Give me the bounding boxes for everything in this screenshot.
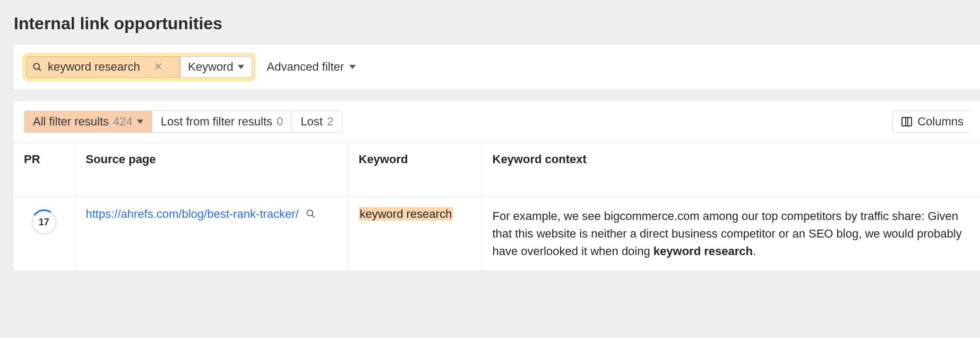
source-link[interactable]: https://ahrefs.com/blog/best-rank-tracke… — [86, 207, 299, 221]
svg-line-5 — [312, 215, 314, 217]
pr-badge: 17 — [31, 209, 57, 235]
table-row: 17 https://ahrefs.com/blog/best-rank-tra… — [13, 197, 980, 271]
search-scope-dropdown[interactable]: Keyword — [180, 56, 252, 78]
chevron-down-icon — [349, 65, 356, 69]
search-highlight-wrap: Keyword — [24, 54, 254, 80]
col-header-context[interactable]: Keyword context — [482, 143, 980, 197]
tab-label: Lost from filter results — [161, 115, 272, 129]
results-panel: All filter results 424 Lost from filter … — [13, 100, 980, 271]
cell-context: For example, we see bigcommerce.com amon… — [482, 197, 980, 271]
tab-count: 424 — [113, 115, 133, 129]
cell-source: https://ahrefs.com/blog/best-rank-tracke… — [75, 197, 348, 271]
table-header-row: PR Source page Keyword Keyword context — [13, 143, 980, 197]
tab-count: 0 — [277, 115, 283, 129]
columns-button[interactable]: Columns — [892, 111, 970, 133]
filter-bar: Keyword Advanced filter — [13, 44, 980, 90]
chevron-down-icon — [137, 120, 143, 124]
context-text: For example, we see bigcommerce.com amon… — [493, 207, 970, 260]
col-header-keyword[interactable]: Keyword — [348, 143, 482, 197]
context-bold: keyword research — [654, 244, 753, 258]
cell-keyword: keyword research — [348, 197, 482, 271]
clear-search-icon[interactable] — [154, 61, 162, 73]
search-icon — [32, 62, 42, 72]
results-table: PR Source page Keyword Keyword context 1… — [13, 142, 980, 271]
columns-icon — [901, 117, 912, 126]
col-header-source[interactable]: Source page — [75, 143, 348, 197]
page-title: Internal link opportunities — [14, 14, 980, 33]
results-tabs: All filter results 424 Lost from filter … — [24, 111, 342, 133]
cell-pr: 17 — [13, 197, 75, 271]
tab-label: Lost — [300, 115, 323, 129]
svg-line-1 — [39, 69, 41, 71]
search-input[interactable] — [48, 60, 149, 74]
keyword-highlight: keyword research — [359, 207, 453, 221]
col-header-pr[interactable]: PR — [13, 143, 75, 197]
search-scope-label: Keyword — [188, 60, 234, 74]
chevron-down-icon — [238, 65, 244, 69]
search-box[interactable] — [26, 56, 180, 78]
inspect-icon[interactable] — [305, 208, 316, 222]
results-tabs-row: All filter results 424 Lost from filter … — [13, 111, 980, 142]
tab-count: 2 — [327, 115, 333, 129]
advanced-filter-button[interactable]: Advanced filter — [267, 60, 356, 74]
tab-label: All filter results — [33, 115, 109, 129]
advanced-filter-label: Advanced filter — [267, 60, 345, 74]
tab-lost-from-filter[interactable]: Lost from filter results 0 — [152, 111, 293, 132]
columns-button-label: Columns — [917, 115, 964, 129]
tab-lost[interactable]: Lost 2 — [292, 111, 342, 132]
tab-all-filter-results[interactable]: All filter results 424 — [24, 111, 152, 132]
